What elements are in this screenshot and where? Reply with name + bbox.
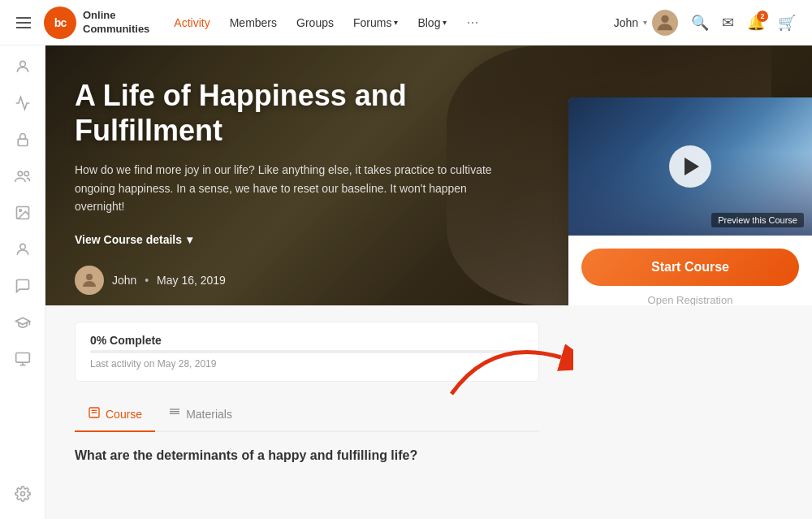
view-course-details-button[interactable]: View Course details ▾ [75, 233, 192, 246]
nav-activity[interactable]: Activity [174, 16, 209, 29]
tab-course[interactable]: Course [75, 398, 155, 432]
last-activity-text: Last activity on May 28, 2019 [90, 358, 524, 370]
svg-rect-2 [18, 139, 28, 145]
chevron-down-icon: ▾ [643, 18, 647, 27]
chevron-down-icon: ▾ [394, 18, 398, 27]
course-tab-icon [88, 406, 101, 422]
play-button[interactable] [669, 145, 711, 188]
course-tabs: Course Materials [75, 398, 539, 432]
materials-tab-icon [168, 406, 181, 422]
nav-groups[interactable]: Groups [296, 16, 334, 29]
svg-point-1 [19, 61, 25, 67]
sidebar-image-icon[interactable] [15, 205, 31, 225]
sidebar-lock-icon[interactable] [15, 132, 31, 152]
course-preview-image[interactable]: Preview this Course [568, 97, 812, 236]
publish-date: May 16, 2019 [157, 274, 226, 287]
sidebar-message-icon[interactable] [15, 278, 31, 298]
course-card-body: Start Course Open Registration COURSE IN… [568, 236, 812, 305]
right-spacer [568, 305, 812, 479]
author-avatar [75, 266, 104, 295]
author-name: John [112, 274, 136, 287]
hero-description: How do we find more joy in our life? Lik… [75, 161, 520, 215]
user-menu[interactable]: John ▾ [614, 10, 678, 36]
hero-author: John • May 16, 2019 [75, 266, 520, 295]
sidebar-forum-icon[interactable] [15, 351, 31, 371]
search-icon[interactable]: 🔍 [691, 14, 709, 32]
svg-point-6 [19, 210, 20, 212]
left-sidebar [0, 45, 45, 519]
logo-text: Online Communities [83, 9, 149, 37]
svg-point-12 [86, 274, 93, 280]
nav-members[interactable]: Members [230, 16, 277, 29]
user-avatar [652, 10, 678, 36]
author-info: John • May 16, 2019 [112, 274, 226, 287]
open-registration-link[interactable]: Open Registration [581, 294, 799, 305]
hamburger-menu[interactable] [16, 17, 31, 28]
nav-right: John ▾ 🔍 ✉ 🔔 2 🛒 [614, 10, 796, 36]
start-course-button[interactable]: Start Course [581, 249, 799, 286]
nav-blog[interactable]: Blog ▾ [417, 16, 447, 29]
notification-badge: 2 [757, 11, 768, 22]
below-hero: 0% Complete Last activity on May 28, 201… [45, 305, 812, 479]
preview-label: Preview this Course [711, 213, 804, 227]
mail-icon[interactable]: ✉ [722, 14, 734, 32]
sidebar-group-icon[interactable] [14, 168, 32, 188]
hero-title: A Life of Happiness and Fulfillment [75, 78, 520, 148]
hero-section: A Life of Happiness and Fulfillment How … [45, 45, 812, 305]
svg-point-3 [18, 171, 23, 176]
chevron-down-icon: ▾ [443, 18, 447, 27]
tab-materials[interactable]: Materials [155, 398, 245, 432]
progress-percent: 0% Complete [90, 334, 524, 347]
sidebar-profile-icon[interactable] [15, 241, 31, 262]
nav-links: Activity Members Groups Forums ▾ Blog ▾ … [174, 14, 613, 31]
sidebar-course-icon[interactable] [15, 314, 31, 335]
content-area: A Life of Happiness and Fulfillment How … [45, 45, 812, 519]
svg-rect-8 [15, 353, 29, 363]
main-layout: A Life of Happiness and Fulfillment How … [0, 45, 812, 519]
nav-forums[interactable]: Forums ▾ [353, 16, 398, 29]
svg-point-4 [24, 171, 28, 176]
sidebar-settings-icon[interactable] [15, 486, 31, 506]
logo[interactable]: bc Online Communities [44, 6, 149, 39]
section-question: What are the determinants of a happy and… [75, 448, 539, 463]
notifications-icon[interactable]: 🔔 2 [747, 14, 765, 32]
svg-point-0 [661, 15, 668, 22]
logo-icon: bc [44, 6, 76, 39]
svg-point-7 [19, 244, 25, 249]
chevron-down-icon: ▾ [187, 233, 192, 246]
course-sidebar-card: Preview this Course Start Course Open Re… [568, 97, 812, 305]
cart-icon[interactable]: 🛒 [778, 14, 796, 32]
progress-section: 0% Complete Last activity on May 28, 201… [75, 322, 539, 382]
main-content: 0% Complete Last activity on May 28, 201… [45, 305, 568, 479]
progress-bar-background [90, 350, 524, 353]
sidebar-user-icon[interactable] [15, 58, 31, 79]
nav-more-dots[interactable]: ··· [466, 14, 478, 31]
svg-point-11 [20, 492, 24, 496]
sidebar-activity-icon[interactable] [15, 95, 31, 115]
hero-content: A Life of Happiness and Fulfillment How … [45, 45, 549, 305]
top-navigation: bc Online Communities Activity Members G… [0, 0, 812, 45]
